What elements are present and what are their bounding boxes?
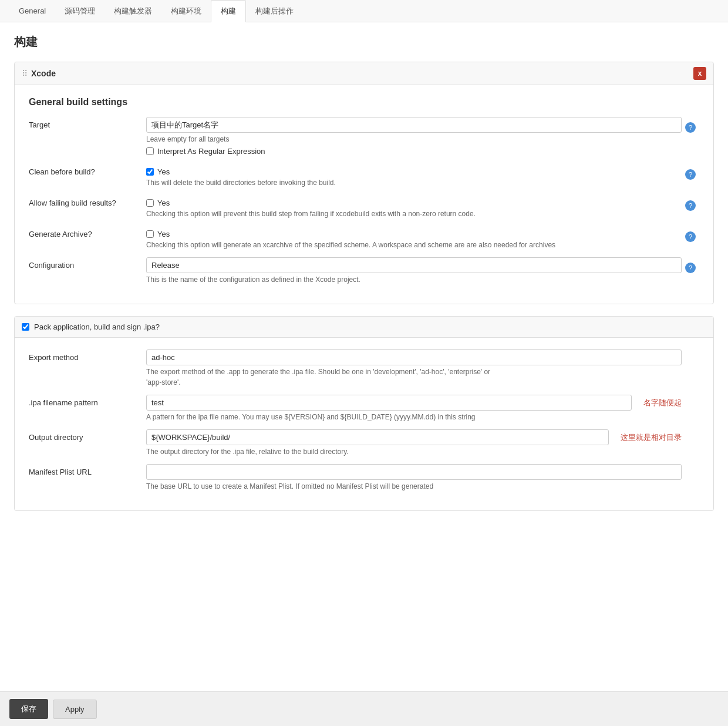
pack-checkbox[interactable] bbox=[22, 323, 29, 331]
generate-archive-checkbox[interactable] bbox=[146, 230, 154, 238]
clean-before-input-col: Yes This will delete the build directori… bbox=[146, 164, 682, 187]
manifest-help: The base URL to use to create a Manifest… bbox=[146, 482, 682, 490]
target-regex-checkbox[interactable] bbox=[146, 147, 154, 155]
clean-checkbox-row: Yes bbox=[146, 167, 682, 176]
configuration-row: Configuration This is the name of the co… bbox=[29, 257, 699, 284]
target-help-col: ? bbox=[682, 117, 699, 133]
generate-archive-label: Generate Archive? bbox=[29, 226, 146, 238]
export-method-input[interactable] bbox=[146, 349, 682, 365]
export-method-help1: The export method of the .app to generat… bbox=[146, 368, 682, 376]
output-dir-input-col: 这里就是相对目录 The output directory for the .i… bbox=[146, 429, 682, 456]
output-dir-row: Output directory 这里就是相对目录 The output dir… bbox=[29, 429, 699, 456]
clean-yes-label: Yes bbox=[157, 167, 170, 176]
manifest-input-col: The base URL to use to create a Manifest… bbox=[146, 464, 682, 490]
generate-archive-input-col: Yes Checking this option will generate a… bbox=[146, 226, 682, 249]
tab-post-build[interactable]: 构建后操作 bbox=[246, 0, 303, 22]
target-regex-row: Interpret As Regular Expression bbox=[146, 147, 682, 156]
page-title: 构建 bbox=[14, 34, 714, 50]
allow-failing-help: Checking this option will prevent this b… bbox=[146, 210, 682, 218]
output-dir-annotation: 这里就是相对目录 bbox=[621, 432, 682, 443]
ipa-filename-help-col bbox=[682, 395, 699, 397]
target-input[interactable] bbox=[146, 117, 682, 133]
xcode-section-body: General build settings Target Leave empt… bbox=[15, 85, 713, 304]
xcode-header-left: ⠿ Xcode bbox=[22, 69, 56, 78]
configuration-label: Configuration bbox=[29, 257, 146, 270]
manifest-row: Manifest Plist URL The base URL to use t… bbox=[29, 464, 699, 490]
general-build-title: General build settings bbox=[29, 97, 699, 107]
configuration-help-icon[interactable]: ? bbox=[685, 263, 696, 273]
output-dir-help: The output directory for the .ipa file, … bbox=[146, 448, 682, 456]
manifest-label: Manifest Plist URL bbox=[29, 464, 146, 476]
output-dir-input[interactable] bbox=[146, 429, 609, 445]
configuration-help-col: ? bbox=[682, 257, 699, 273]
allow-failing-yes-label: Yes bbox=[157, 199, 170, 207]
export-method-input-col: The export method of the .app to generat… bbox=[146, 349, 682, 386]
tab-build[interactable]: 构建 bbox=[211, 0, 246, 22]
manifest-input[interactable] bbox=[146, 464, 682, 480]
apply-button[interactable]: Apply bbox=[53, 700, 97, 719]
page-container: 构建 ⠿ Xcode x General build settings Targ… bbox=[0, 22, 728, 726]
configuration-help: This is the name of the configuration as… bbox=[146, 275, 682, 284]
allow-failing-checkbox-row: Yes bbox=[146, 199, 682, 207]
ipa-filename-annotation: 名字随便起 bbox=[643, 398, 682, 408]
ipa-filename-row: .ipa filename pattern 名字随便起 A pattern fo… bbox=[29, 395, 699, 421]
target-row: Target Leave empty for all targets Inter… bbox=[29, 117, 699, 156]
generate-archive-help: Checking this option will generate an xc… bbox=[146, 241, 682, 249]
export-method-row: Export method The export method of the .… bbox=[29, 349, 699, 386]
export-method-help2: 'app-store'. bbox=[146, 378, 682, 386]
target-label: Target bbox=[29, 117, 146, 129]
tab-build-trigger[interactable]: 构建触发器 bbox=[105, 0, 161, 22]
tab-build-env[interactable]: 构建环境 bbox=[161, 0, 211, 22]
ipa-filename-label: .ipa filename pattern bbox=[29, 395, 146, 407]
pack-section: Pack application, build and sign .ipa? E… bbox=[14, 316, 714, 511]
generate-archive-checkbox-row: Yes bbox=[146, 230, 682, 238]
generate-archive-yes-label: Yes bbox=[157, 230, 170, 238]
target-regex-label: Interpret As Regular Expression bbox=[157, 147, 265, 156]
clean-help: This will delete the build directories b… bbox=[146, 179, 682, 187]
target-help-empty: Leave empty for all targets bbox=[146, 135, 682, 143]
clean-checkbox[interactable] bbox=[146, 168, 154, 176]
allow-failing-checkbox[interactable] bbox=[146, 199, 154, 207]
clean-before-row: Clean before build? Yes This will delete… bbox=[29, 164, 699, 187]
output-dir-help-col bbox=[682, 429, 699, 432]
allow-failing-help-col: ? bbox=[682, 195, 699, 211]
xcode-section-card: ⠿ Xcode x General build settings Target … bbox=[14, 62, 714, 304]
bottom-bar: 保存 Apply bbox=[0, 691, 728, 726]
ipa-filename-input-col: 名字随便起 A pattern for the ipa file name. Y… bbox=[146, 395, 682, 421]
ipa-filename-input[interactable] bbox=[146, 395, 632, 411]
tab-source-management[interactable]: 源码管理 bbox=[55, 0, 105, 22]
xcode-close-button[interactable]: x bbox=[693, 67, 706, 80]
allow-failing-label: Allow failing build results? bbox=[29, 195, 146, 207]
pack-title: Pack application, build and sign .ipa? bbox=[34, 322, 160, 331]
configuration-input-col: This is the name of the configuration as… bbox=[146, 257, 682, 284]
export-method-help-col bbox=[682, 349, 699, 352]
target-input-col: Leave empty for all targets Interpret As… bbox=[146, 117, 682, 156]
drag-icon: ⠿ bbox=[22, 69, 28, 78]
generate-archive-help-col: ? bbox=[682, 226, 699, 242]
tab-general[interactable]: General bbox=[9, 0, 55, 22]
generate-archive-row: Generate Archive? Yes Checking this opti… bbox=[29, 226, 699, 249]
top-nav: General 源码管理 构建触发器 构建环境 构建 构建后操作 bbox=[0, 0, 728, 22]
manifest-help-col bbox=[682, 464, 699, 466]
target-help-icon[interactable]: ? bbox=[685, 122, 696, 133]
xcode-section-title: Xcode bbox=[31, 69, 56, 78]
generate-archive-help-icon[interactable]: ? bbox=[685, 231, 696, 242]
export-method-label: Export method bbox=[29, 349, 146, 362]
save-button[interactable]: 保存 bbox=[9, 699, 48, 719]
ipa-filename-help: A pattern for the ipa file name. You may… bbox=[146, 413, 682, 421]
clean-help-col: ? bbox=[682, 164, 699, 180]
allow-failing-input-col: Yes Checking this option will prevent th… bbox=[146, 195, 682, 218]
output-dir-label: Output directory bbox=[29, 429, 146, 442]
clean-before-label: Clean before build? bbox=[29, 164, 146, 176]
pack-header: Pack application, build and sign .ipa? bbox=[15, 317, 713, 338]
configuration-input[interactable] bbox=[146, 257, 682, 273]
allow-failing-help-icon[interactable]: ? bbox=[685, 200, 696, 211]
pack-body: Export method The export method of the .… bbox=[15, 338, 713, 510]
clean-help-icon[interactable]: ? bbox=[685, 169, 696, 180]
xcode-section-header: ⠿ Xcode x bbox=[15, 62, 713, 85]
allow-failing-row: Allow failing build results? Yes Checkin… bbox=[29, 195, 699, 218]
